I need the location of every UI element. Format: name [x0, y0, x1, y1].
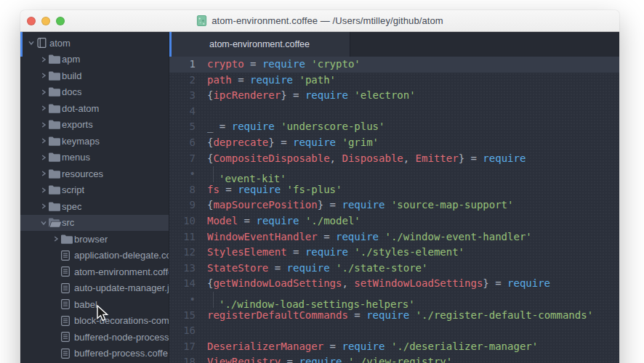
- code-line-13[interactable]: 13StateStore = require './state-store': [169, 261, 619, 277]
- tree-item-label: build: [62, 70, 81, 81]
- code-line-3[interactable]: 3{ipcRenderer} = require 'electron': [169, 88, 619, 104]
- code-line-15[interactable]: 15registerDefaultCommands = require './r…: [169, 308, 619, 324]
- indent-guide: [213, 166, 219, 182]
- tree-file-application-delegate-co[interactable]: application-delegate.co: [20, 248, 169, 264]
- mouse-cursor: [97, 305, 110, 322]
- code-text: 'event-kit': [196, 166, 286, 182]
- tree-file-auto-update-manager-js[interactable]: auto-update-manager.js: [20, 280, 169, 297]
- code-line-1[interactable]: 1crypto = require 'crypto': [169, 57, 619, 73]
- line-number: 3: [169, 88, 196, 104]
- tree-folder-src[interactable]: src: [20, 215, 169, 232]
- chevron-down-icon[interactable]: [39, 220, 49, 226]
- tree-folder-browser[interactable]: browser: [20, 231, 169, 248]
- folder-icon: [49, 169, 62, 179]
- tree-file-block-decorations-com[interactable]: block-decorations-com: [20, 313, 169, 330]
- chevron-down-icon[interactable]: [26, 40, 36, 46]
- tree-file-atom-environment-coffe[interactable]: atom-environment.coffe: [20, 264, 169, 280]
- editor-pane: atom-environment.coffee 1crypto = requir…: [169, 32, 619, 363]
- tree-folder-script[interactable]: script: [20, 182, 169, 199]
- code-line-11[interactable]: 11WindowEventHandler = require './window…: [169, 229, 619, 245]
- chevron-right-icon[interactable]: [39, 105, 49, 111]
- tree-file-babel[interactable]: babel: [20, 296, 169, 313]
- tree-item-label: apm: [62, 54, 80, 65]
- file-icon: [61, 250, 74, 261]
- tree-item-label: src: [62, 217, 74, 228]
- code-line-6[interactable]: 6{deprecate} = require 'grim': [169, 135, 619, 151]
- tab-atom-environment-coffee[interactable]: atom-environment.coffee: [169, 32, 350, 57]
- coffee-file-icon: [196, 15, 207, 26]
- line-number: 13: [169, 261, 196, 277]
- file-icon: [61, 266, 74, 277]
- folder-icon: [49, 71, 62, 81]
- chevron-right-icon[interactable]: [39, 57, 49, 62]
- tree-folder-dot-atom[interactable]: dot-atom: [20, 100, 169, 117]
- code-text: [196, 323, 207, 339]
- chevron-right-icon[interactable]: [51, 236, 61, 242]
- line-number: 14: [169, 276, 196, 292]
- code-line-14[interactable]: 14{getWindowLoadSettings, setWindowLoadS…: [169, 276, 619, 292]
- code-text: [196, 104, 207, 120]
- code-line-8[interactable]: 8fs = require 'fs-plus': [169, 182, 619, 198]
- tree-file-buffered-process-coffe[interactable]: buffered-process.coffe: [20, 346, 169, 362]
- code-line-2[interactable]: 2path = require 'path': [169, 73, 619, 89]
- code-line-4[interactable]: 4: [169, 104, 619, 120]
- code-text: {mapSourcePosition} = require 'source-ma…: [196, 197, 513, 213]
- chevron-right-icon[interactable]: [39, 89, 49, 95]
- zoom-button[interactable]: [56, 17, 65, 25]
- tree-folder-exports[interactable]: exports: [20, 117, 169, 134]
- chevron-right-icon[interactable]: [39, 122, 49, 128]
- chevron-right-icon[interactable]: [39, 171, 49, 176]
- code-text: {deprecate} = require 'grim': [196, 135, 379, 151]
- chevron-right-icon[interactable]: [39, 138, 49, 144]
- code-line-10[interactable]: 10Model = require './model': [169, 213, 619, 229]
- tree-folder-menus[interactable]: menus: [20, 150, 169, 166]
- tree-item-label: resources: [62, 168, 103, 179]
- tree-folder-atom[interactable]: atom: [20, 35, 169, 52]
- tree-item-label: application-delegate.co: [74, 250, 169, 261]
- line-number: 11: [169, 229, 196, 245]
- folder-icon: [49, 202, 62, 211]
- tree-folder-keymaps[interactable]: keymaps: [20, 133, 169, 150]
- desktop: atom-environment.coffee — /Users/mtilley…: [0, 0, 644, 363]
- tree-folder-apm[interactable]: apm: [20, 52, 169, 68]
- title-bar[interactable]: atom-environment.coffee — /Users/mtilley…: [20, 10, 619, 32]
- code-line-17[interactable]: 17DeserializerManager = require './deser…: [169, 339, 619, 355]
- tab-bar: atom-environment.coffee: [169, 32, 619, 57]
- line-number: 15: [169, 308, 196, 324]
- code-line-16[interactable]: 16: [169, 323, 619, 339]
- line-number: 9: [169, 197, 196, 213]
- tree-folder-docs[interactable]: docs: [20, 84, 169, 101]
- tree-folder-resources[interactable]: resources: [20, 166, 169, 182]
- minimize-button[interactable]: [41, 17, 50, 25]
- code-line-wrap[interactable]: •'event-kit': [169, 166, 619, 182]
- tree-folder-spec[interactable]: spec: [20, 198, 169, 215]
- line-number: 12: [169, 245, 196, 261]
- tree-item-label: atom-environment.coffe: [74, 266, 169, 277]
- tree-focus-accent: [20, 32, 23, 57]
- chevron-right-icon[interactable]: [39, 155, 49, 160]
- code-line-18[interactable]: 18ViewRegistry = require './view-registr…: [169, 354, 619, 363]
- line-number: 6: [169, 135, 196, 151]
- tab-label: atom-environment.coffee: [209, 39, 310, 49]
- chevron-right-icon[interactable]: [39, 203, 49, 209]
- file-icon: [61, 316, 74, 326]
- code-line-wrap[interactable]: •'./window-load-settings-helpers': [169, 292, 619, 308]
- tree-item-label: browser: [74, 234, 108, 245]
- tree-view[interactable]: atomapmbuilddocsdot-atomexportskeymapsme…: [20, 32, 169, 363]
- tree-folder-build[interactable]: build: [20, 68, 169, 84]
- code-text: './window-load-settings-helpers': [196, 292, 415, 308]
- line-number: 5: [169, 119, 196, 135]
- chevron-right-icon[interactable]: [39, 187, 49, 193]
- window-title-group: atom-environment.coffee — /Users/mtilley…: [196, 15, 443, 26]
- close-button[interactable]: [27, 17, 36, 25]
- code-line-7[interactable]: 7{CompositeDisposable, Disposable, Emitt…: [169, 151, 619, 167]
- code-text: DeserializerManager = require './deseria…: [196, 339, 538, 355]
- folder-icon: [49, 104, 62, 113]
- pane-focus-accent: [169, 32, 172, 57]
- code-line-9[interactable]: 9{mapSourcePosition} = require 'source-m…: [169, 197, 619, 213]
- code-line-12[interactable]: 12StylesElement = require './styles-elem…: [169, 245, 619, 261]
- chevron-right-icon[interactable]: [39, 73, 49, 78]
- code-line-5[interactable]: 5_ = require 'underscore-plus': [169, 119, 619, 135]
- text-editor[interactable]: 1crypto = require 'crypto'2path = requir…: [169, 57, 619, 363]
- tree-file-buffered-node-process[interactable]: buffered-node-process: [20, 329, 169, 346]
